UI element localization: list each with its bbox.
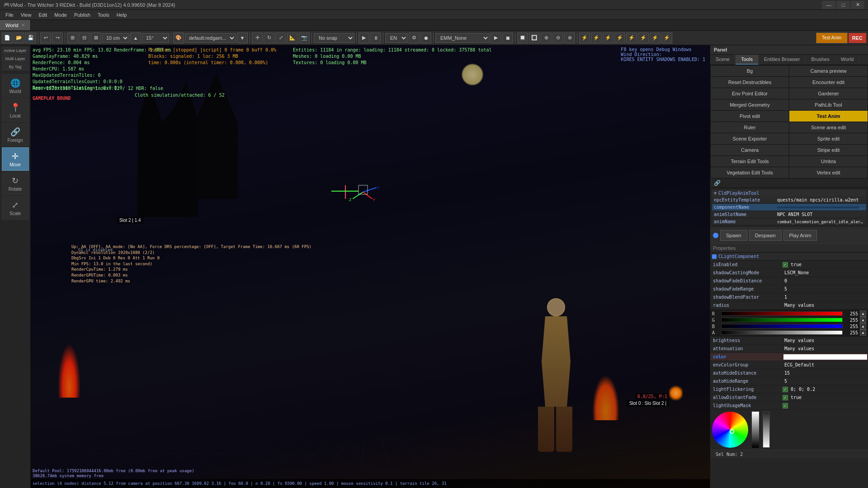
b-increment[interactable]: ▲	[860, 323, 866, 329]
toolbar-settings[interactable]: ⚙	[409, 33, 420, 43]
toolbar-emm1[interactable]: ▶	[491, 33, 501, 43]
external-link-icon[interactable]: 🔗	[713, 179, 722, 187]
tool-merged-geometry[interactable]: Merged Geometry	[711, 99, 789, 110]
spawn-button[interactable]: Spawn	[720, 230, 747, 241]
tool-scene-exporter[interactable]: Scene Exporter	[711, 133, 789, 144]
r-increment[interactable]: ▲	[860, 310, 866, 317]
toolbar-w4[interactable]: ⚡	[614, 33, 625, 43]
left-tool-foreign[interactable]: 🔗 Foreign	[2, 123, 29, 146]
viewport[interactable]: X Y Z avg FPS: 23.10 min FPS: 13.02 Rend…	[31, 45, 710, 488]
anim-component-expand[interactable]: ...	[859, 205, 864, 210]
world-tab[interactable]: World ✕	[0, 20, 31, 30]
tab-brushes[interactable]: Brushes	[806, 55, 835, 65]
toolbar-w2[interactable]: ⚡	[591, 33, 602, 43]
tab-scene[interactable]: Scene	[710, 55, 736, 65]
menu-mode[interactable]: Mode	[51, 11, 71, 19]
left-tool-rotate[interactable]: ↻ Rotate	[2, 172, 29, 195]
a-increment[interactable]: ▲	[860, 329, 866, 336]
toolbar-record[interactable]: ⏺	[420, 33, 431, 43]
menu-help[interactable]: Help	[113, 11, 131, 19]
tool-camera-preview[interactable]: Camera preview	[789, 66, 868, 76]
despawn-button[interactable]: Despawn	[749, 230, 782, 241]
lang-dropdown[interactable]: EN	[385, 33, 408, 43]
play-anim-button[interactable]: Play Anim	[783, 230, 817, 241]
tool-terrain-edit[interactable]: Terrain Edit Tools	[711, 156, 789, 167]
toolbar-new[interactable]: 📄	[2, 33, 13, 43]
world-tab-close[interactable]: ✕	[21, 23, 25, 28]
toolbar-mat-btn[interactable]: ▼	[237, 33, 248, 43]
left-tool-world[interactable]: 🌐 World	[2, 74, 29, 98]
r-slider[interactable]	[721, 311, 843, 316]
toolbar-pause[interactable]: ⏸	[370, 33, 381, 43]
toolbar-grid3[interactable]: ⊠	[90, 33, 101, 43]
toolbar-grid2[interactable]: ⊟	[79, 33, 90, 43]
tool-pivot-edit[interactable]: Pivot edit	[711, 111, 789, 122]
emm-dropdown[interactable]: EMM_None	[435, 33, 490, 43]
maximize-button[interactable]: □	[836, 1, 850, 9]
by-tag-btn[interactable]: By Tag	[2, 63, 29, 70]
menu-file[interactable]: File	[2, 11, 17, 19]
toolbar-rotate[interactable]: ↻	[264, 33, 274, 43]
toolbar-save[interactable]: 💾	[25, 33, 36, 43]
toolbar-w1[interactable]: ⚡	[579, 33, 590, 43]
toolbar-undo[interactable]: ↩	[40, 33, 51, 43]
toolbar-material[interactable]: 🎨	[173, 33, 184, 43]
tool-ruler[interactable]: Ruler	[711, 122, 789, 133]
toolbar-grid[interactable]: ⊞	[67, 33, 78, 43]
toolbar-extra2[interactable]: 🔳	[529, 33, 540, 43]
tool-sprite-edit[interactable]: Sprite edit	[789, 133, 868, 144]
prop-check-usage-mask[interactable]: ✓	[783, 403, 788, 408]
menu-publish[interactable]: Publish	[71, 11, 94, 19]
toolbar-open[interactable]: 📂	[14, 33, 24, 43]
prop-check-allow-distant[interactable]: ✓	[783, 395, 788, 400]
saturation-slider[interactable]	[763, 412, 770, 448]
toolbar-play[interactable]: ▶	[359, 33, 369, 43]
tool-vegetation-edit[interactable]: Vegetation Edit Tools	[711, 167, 789, 178]
toolbar-w7[interactable]: ⚡	[650, 33, 660, 43]
brightness-slider[interactable]	[752, 412, 759, 448]
prop-check-flickering[interactable]: ✓	[783, 387, 788, 392]
anim-tool-header[interactable]: ▼ CldPlayAnimTool	[712, 190, 866, 197]
g-increment[interactable]: ▲	[860, 317, 866, 323]
tool-pathlib[interactable]: PathLib Tool	[789, 99, 868, 110]
minimize-button[interactable]: —	[822, 1, 835, 9]
cm-dropdown[interactable]: 10 cm	[102, 33, 129, 43]
toolbar-redo[interactable]: ↪	[52, 33, 63, 43]
anim-val-component[interactable]	[777, 206, 859, 208]
material-dropdown[interactable]: default:redgam...	[185, 33, 236, 43]
tool-encounter-edit[interactable]: Encounter edit	[789, 77, 868, 88]
toolbar-test-anim-btn[interactable]: Test Anim	[816, 33, 848, 43]
tool-reset-destructibles[interactable]: Reset Destructibles	[711, 77, 789, 88]
tool-scene-area-edit[interactable]: Scene area edit	[789, 122, 868, 133]
toolbar-w5[interactable]: ⚡	[626, 33, 637, 43]
left-tool-local[interactable]: 📍 Local	[2, 99, 29, 122]
close-button[interactable]: ✕	[851, 1, 864, 9]
tool-env-point-editor[interactable]: Env Point Editor	[711, 88, 789, 99]
toolbar-w3[interactable]: ⚡	[603, 33, 613, 43]
tool-bg[interactable]: Bg	[711, 66, 789, 76]
tab-world[interactable]: World	[835, 55, 860, 65]
toolbar-w8[interactable]: ⚡	[661, 33, 672, 43]
prop-check-isenabled[interactable]: ✓	[783, 262, 788, 267]
color-wheel[interactable]	[712, 412, 748, 448]
toolbar-move[interactable]: ✛	[252, 33, 263, 43]
toolbar-extra3[interactable]: ⊕	[541, 33, 552, 43]
toolbar-snap2[interactable]: 📐	[287, 33, 298, 43]
toolbar-rec-button[interactable]: REC	[849, 33, 866, 43]
toolbar-scale[interactable]: ⤢	[275, 33, 286, 43]
a-slider[interactable]	[721, 330, 843, 335]
menu-view[interactable]: View	[17, 11, 35, 19]
active-layer-btn[interactable]: Active Layer	[2, 47, 29, 54]
toolbar-extra1[interactable]: 🔲	[517, 33, 528, 43]
g-slider[interactable]	[721, 318, 843, 322]
menu-edit[interactable]: Edit	[35, 11, 51, 19]
tool-camera[interactable]: Camera	[711, 145, 789, 155]
multi-layer-btn[interactable]: Multi Layer	[2, 55, 29, 62]
toolbar-extra4[interactable]: ⊖	[552, 33, 563, 43]
angle-dropdown[interactable]: 15°	[142, 33, 169, 43]
b-slider[interactable]	[721, 324, 843, 328]
toolbar-extra5[interactable]: ⊗	[564, 33, 575, 43]
tab-entities-browser[interactable]: Entities Browser	[759, 55, 806, 65]
left-tool-move[interactable]: ✛ Move	[2, 147, 29, 171]
toolbar-w6[interactable]: ⚡	[638, 33, 649, 43]
